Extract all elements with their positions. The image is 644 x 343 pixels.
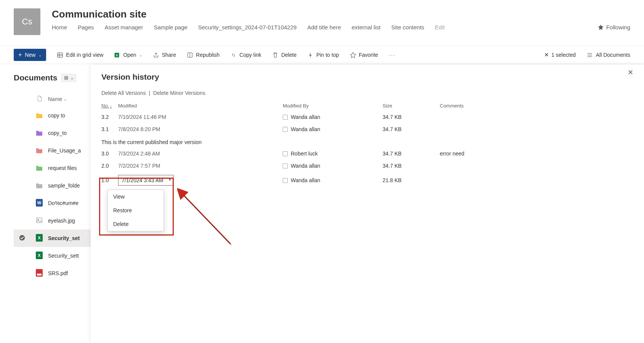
doc-row[interactable]: W Do%c#um#e bbox=[14, 194, 92, 212]
svg-text:X: X bbox=[38, 236, 41, 240]
nav-security-settings[interactable]: Security_settings_2024-07-01T104229 bbox=[198, 24, 297, 30]
nav-site-contents[interactable]: Site contents bbox=[391, 24, 425, 30]
star-outline-icon bbox=[350, 52, 356, 58]
col-size[interactable]: Size bbox=[383, 103, 440, 109]
doc-name[interactable]: eyelash.jpg bbox=[48, 218, 75, 224]
following-label: Following bbox=[606, 24, 630, 30]
more-button[interactable]: ··· bbox=[389, 52, 396, 58]
doc-name[interactable]: Security_set bbox=[48, 235, 80, 241]
row-checkbox[interactable] bbox=[14, 234, 30, 242]
svg-text:X: X bbox=[38, 253, 41, 258]
close-button[interactable]: ✕ bbox=[626, 68, 635, 77]
svg-rect-11 bbox=[65, 76, 66, 80]
sort-desc-icon: ↓ bbox=[110, 104, 112, 108]
doc-name[interactable]: SRS.pdf bbox=[48, 270, 68, 276]
new-button[interactable]: + New ⌄ bbox=[14, 49, 46, 61]
presence-icon bbox=[283, 151, 288, 156]
doc-row[interactable]: request files bbox=[14, 159, 92, 177]
republish-button[interactable]: Republish bbox=[187, 52, 219, 58]
ellipsis-icon: ··· bbox=[389, 52, 396, 58]
following-button[interactable]: Following bbox=[598, 24, 630, 30]
version-dropdown[interactable]: 7/1/2024 3:43 AM bbox=[118, 175, 174, 186]
presence-icon bbox=[283, 178, 288, 183]
doc-name[interactable]: Security_sett bbox=[48, 253, 79, 259]
file-type-icon bbox=[30, 217, 48, 225]
share-icon bbox=[153, 52, 159, 58]
version-date-link[interactable]: 7/2/2024 7:57 PM bbox=[118, 163, 160, 169]
svg-rect-0 bbox=[58, 53, 63, 57]
favorite-button[interactable]: Favorite bbox=[350, 52, 378, 58]
svg-point-17 bbox=[38, 219, 39, 220]
file-type-icon bbox=[30, 112, 48, 119]
pin-button[interactable]: Pin to top bbox=[307, 52, 339, 58]
file-type-icon bbox=[30, 269, 48, 278]
selected-count[interactable]: ✕ 1 selected bbox=[544, 51, 576, 58]
delete-minor-versions-link[interactable]: Delete Minor Versions bbox=[153, 90, 205, 96]
doc-name[interactable]: sample_folde bbox=[48, 183, 80, 189]
col-no[interactable]: No.↓ bbox=[101, 103, 118, 109]
share-button[interactable]: Share bbox=[153, 52, 176, 58]
doc-row[interactable]: File_Usage_a bbox=[14, 142, 92, 159]
bars-icon bbox=[64, 75, 69, 80]
version-date-link[interactable]: 7/10/2024 11:46 PM bbox=[118, 114, 166, 120]
menu-delete[interactable]: Delete bbox=[108, 217, 163, 231]
version-row[interactable]: 3.2 7/10/2024 11:46 PM Wanda allan 34.7 … bbox=[101, 111, 633, 123]
nav-add-title[interactable]: Add title here bbox=[307, 24, 341, 30]
menu-view[interactable]: View bbox=[108, 190, 163, 204]
nav-asset-manager[interactable]: Asset manager bbox=[105, 24, 143, 30]
file-type-icon: X bbox=[30, 234, 48, 243]
doc-row[interactable]: X Security_set bbox=[14, 229, 92, 247]
file-type-icon bbox=[30, 182, 48, 189]
col-modified[interactable]: Modified bbox=[118, 103, 283, 109]
svg-point-18 bbox=[19, 235, 25, 240]
open-button[interactable]: X Open ⌄ bbox=[114, 52, 142, 58]
doc-row[interactable]: sample_folde bbox=[14, 177, 92, 194]
nav-external-list[interactable]: external list bbox=[352, 24, 381, 30]
presence-icon bbox=[283, 163, 288, 168]
version-row[interactable]: 3.0 7/3/2024 2:48 AM Robert luck 34.7 KB… bbox=[101, 147, 633, 160]
name-column-header[interactable]: Name ⌄ bbox=[48, 96, 92, 102]
chevron-down-icon: ⌄ bbox=[38, 53, 42, 57]
current-version-note: This is the current published major vers… bbox=[101, 135, 633, 147]
all-documents-dropdown[interactable]: All Documents bbox=[586, 52, 630, 58]
svg-rect-16 bbox=[37, 218, 42, 223]
nav-sample-page[interactable]: Sample page bbox=[154, 24, 187, 30]
trash-icon bbox=[272, 52, 279, 58]
doc-name[interactable]: copy to bbox=[48, 112, 65, 119]
edit-grid-button[interactable]: Edit in grid view bbox=[57, 52, 103, 58]
doc-name[interactable]: File_Usage_a bbox=[48, 147, 81, 154]
version-row[interactable]: 3.1 7/8/2024 8:20 PM Wanda allan 34.7 KB bbox=[101, 123, 633, 135]
new-label: New bbox=[25, 52, 35, 58]
doc-name[interactable]: copy_to bbox=[48, 130, 67, 136]
col-modified-by[interactable]: Modified By bbox=[283, 103, 383, 109]
delete-all-versions-link[interactable]: Delete All Versions bbox=[101, 90, 146, 96]
site-logo[interactable]: Cs bbox=[14, 8, 40, 35]
doc-row[interactable]: SRS.pdf bbox=[14, 264, 92, 282]
delete-button[interactable]: Delete bbox=[272, 52, 296, 58]
doc-name[interactable]: Do%c#um#e bbox=[48, 200, 78, 206]
site-header: Cs Communication site Home Pages Asset m… bbox=[0, 0, 644, 46]
version-row-selected[interactable]: 1.0 7/1/2024 3:43 AM Wanda allan 21.8 KB bbox=[101, 172, 633, 189]
close-icon: ✕ bbox=[544, 51, 549, 58]
star-icon bbox=[598, 24, 604, 30]
doc-row[interactable]: eyelash.jpg bbox=[14, 212, 92, 229]
file-type-icon bbox=[30, 165, 48, 172]
doc-row[interactable]: copy_to bbox=[14, 124, 92, 142]
doc-row[interactable]: X Security_sett bbox=[14, 247, 92, 264]
version-date-link[interactable]: 7/8/2024 8:20 PM bbox=[118, 126, 160, 132]
version-date-link[interactable]: 7/3/2024 2:48 AM bbox=[118, 151, 160, 157]
col-comments[interactable]: Comments bbox=[440, 103, 633, 109]
version-row[interactable]: 2.0 7/2/2024 7:57 PM Wanda allan 34.7 KB bbox=[101, 160, 633, 172]
menu-restore[interactable]: Restore bbox=[108, 204, 163, 217]
site-title: Communication site bbox=[52, 8, 598, 20]
nav-edit[interactable]: Edit bbox=[435, 24, 445, 30]
view-switcher[interactable]: ⌄ bbox=[61, 74, 77, 82]
nav-pages[interactable]: Pages bbox=[78, 24, 94, 30]
file-icon bbox=[37, 95, 42, 102]
doc-name[interactable]: request files bbox=[48, 165, 77, 171]
nav-home[interactable]: Home bbox=[52, 24, 67, 30]
pin-icon bbox=[307, 52, 314, 58]
site-nav: Home Pages Asset manager Sample page Sec… bbox=[52, 24, 598, 30]
doc-row[interactable]: copy to bbox=[14, 107, 92, 124]
copy-link-button[interactable]: Copy link bbox=[230, 52, 261, 58]
